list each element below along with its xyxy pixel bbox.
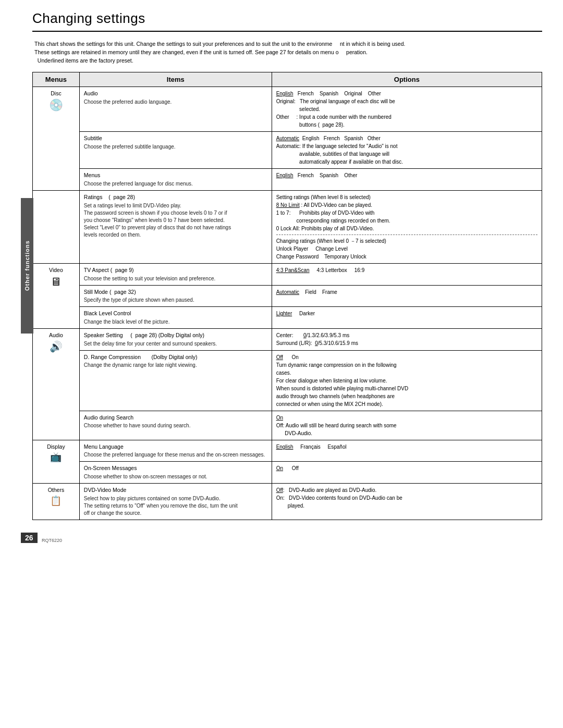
options-audiosearch-row1: On [276,414,537,422]
item-onscreen: On-Screen Messages Choose whether to sho… [79,462,272,484]
options-dvdvideo: Off: DVD-Audio are played as DVD-Audio. … [272,484,542,520]
options-menulang: English Français Español [272,440,542,462]
options-subtitle-row3: available, subtitles of that language wi… [276,150,537,158]
options-drange-row5: When sound is distorted while playing mu… [276,385,537,392]
item-audiosearch: Audio during Search Choose whether to ha… [79,411,272,440]
option-surround-ms: 0 [315,340,318,346]
options-drange: Off On Turn dynamic range compression on… [272,350,542,411]
video-icon: 🖥 [37,276,75,288]
options-subtitle-row2: Automatic: If the language selected for … [276,142,537,150]
item-speaker-title: Speaker Setting ( page 28) (Dolby Digita… [84,331,267,339]
options-audiosearch-row3: DVD-Audio. [276,429,537,437]
menu-video-cell: Video 🖥 [33,263,80,328]
intro-text: This chart shows the settings for this u… [32,40,542,65]
option-on-onscreen: On [276,465,283,471]
item-subtitle-desc: Choose the preferred subtitle language. [84,143,267,151]
options-blacklevel-row1: Lighter Darker [276,310,537,317]
item-menus-title: Menus [84,171,267,179]
item-stillmode-title: Still Mode ( page 32) [84,288,267,296]
options-drange-row7: connected or when using the MIX 2CH mode… [276,400,537,408]
table-row: Subtitle Choose the preferred subtitle l… [33,132,542,169]
options-ratings-row6: Changing ratings (When level 0 －7 is sel… [276,237,537,245]
item-drange: D. Range Compression (Dolby Digital only… [79,350,272,411]
others-icon: 📋 [37,496,75,505]
options-drange-row1: Off On [276,353,537,361]
options-onscreen: On Off [272,462,542,484]
options-audiosearch-row2: Off: Audio will still be heard during se… [276,422,537,429]
option-english: English [276,91,293,96]
sidebar-label: Other functions [21,198,33,334]
options-speaker-row1: Center: 0/1.3/2.6/3.9/5.3 ms [276,331,537,339]
item-menulang-desc: Choose the preferred language for these … [84,451,267,459]
options-audio-row3: selected. [276,105,537,113]
page-container: Other functions Changing settings This c… [0,0,563,551]
option-8nolimit: 8 No Limit [276,202,300,208]
item-blacklevel-title: Black Level Control [84,310,267,317]
item-audio: Audio Choose the preferred audio languag… [79,87,272,132]
main-content: Changing settings This chart shows the s… [32,10,542,520]
item-speaker-desc: Set the delay time for your center and s… [84,340,267,348]
item-speaker: Speaker Setting ( page 28) (Dolby Digita… [79,329,272,351]
item-menus-desc: Choose the preferred language for disc m… [84,180,267,188]
menu-disc-label: Disc [37,90,75,97]
table-row: Video 🖥 TV Aspect ( page 9) Choose the s… [33,263,542,285]
options-audio-row4: Other : Input a code number with the num… [276,113,537,121]
menu-display-label: Display [37,443,75,451]
options-ratings-row4: corresponding ratings recorded on them. [276,217,537,225]
options-dvdvideo-row1: Off: DVD-Audio are played as DVD-Audio. [276,486,537,494]
options-tvaspect: 4:3 Pan&Scan 4:3 Letterbox 16:9 [272,263,542,285]
options-ratings-row3: 1 to 7: Prohibits play of DVD-Video with [276,209,537,217]
item-tvaspect-title: TV Aspect ( page 9) [84,266,267,274]
options-audio: English French Spanish Original Other Or… [272,87,542,132]
options-stillmode-row1: Automatic Field Frame [276,288,537,296]
option-on-audio: On [276,415,283,421]
table-row: Still Mode ( page 32) Specify the type o… [33,285,542,307]
menu-others-label: Others [37,486,75,494]
item-dvdvideo-title: DVD-Video Mode [84,486,267,494]
item-audiosearch-desc: Choose whether to have sound during sear… [84,422,267,429]
table-row: Black Level Control Change the black lev… [33,307,542,329]
options-audio-row5: buttons ( page 28). [276,121,537,129]
item-audiosearch-title: Audio during Search [84,414,267,422]
options-ratings-row7: Unlock Player Change Level [276,245,537,253]
item-audio-title: Audio [84,90,267,97]
options-audiosearch: On Off: Audio will still be heard during… [272,411,542,440]
options-drange-row4: For clear dialogue when listening at low… [276,377,537,385]
audio-icon: 🔊 [37,341,75,352]
options-ratings: Setting ratings (When level 8 is selecte… [272,190,542,263]
option-center-ms: 0 [303,332,307,338]
item-subtitle-title: Subtitle [84,134,267,142]
menu-disc-cell: Disc 💿 [33,87,80,191]
item-ratings-title: Ratings ( page 28) [84,193,267,201]
options-subtitle-row1: Automatic English French Spanish Other [276,134,537,142]
intro-line1: This chart shows the settings for this u… [34,40,542,48]
item-stillmode-desc: Specify the type of picture shown when p… [84,297,267,304]
item-tvaspect: TV Aspect ( page 9) Choose the setting t… [79,263,272,285]
item-tvaspect-desc: Choose the setting to suit your televisi… [84,275,267,282]
item-subtitle: Subtitle Choose the preferred subtitle l… [79,132,272,169]
options-subtitle-row4: automatically appear if available on tha… [276,158,537,166]
options-drange-row2: Turn dynamic range compression on in the… [276,361,537,369]
item-stillmode: Still Mode ( page 32) Specify the type o… [79,285,272,307]
options-ratings-row1: Setting ratings (When level 8 is selecte… [276,193,537,201]
item-dvdvideo: DVD-Video Mode Select how to play pictur… [79,484,272,520]
option-english-display: English [276,444,293,450]
options-stillmode: Automatic Field Frame [272,285,542,307]
menu-audio-cell: Audio 🔊 [33,329,80,440]
table-row: Disc 💿 Audio Choose the preferred audio … [33,87,542,132]
item-drange-desc: Change the dynamic range for late night … [84,362,267,369]
options-speaker: Center: 0/1.3/2.6/3.9/5.3 ms Surround (L… [272,329,542,351]
options-speaker-row2: Surround (L/R): 0/5.3/10.6/15.9 ms [276,339,537,347]
options-audio-row1: English French Spanish Original Other [276,90,537,97]
options-ratings-row5: 0 Lock All: Prohibits play of all DVD-Vi… [276,225,537,232]
options-drange-row6: audio through two channels (when headpho… [276,392,537,400]
options-ratings-row2: 8 No Limit : All DVD-Video can be played… [276,201,537,209]
options-dvdvideo-row2: On: DVD-Video contents found on DVD-Audi… [276,494,537,502]
options-onscreen-row1: On Off [276,464,537,472]
options-tvaspect-row1: 4:3 Pan&Scan 4:3 Letterbox 16:9 [276,266,537,274]
option-lighter: Lighter [276,311,292,316]
options-menus: English French Spanish Other [272,169,542,191]
item-onscreen-desc: Choose whether to show on-screen message… [84,473,267,480]
display-icon: 📺 [37,452,75,462]
options-ratings-row8: Change Password Temporary Unlock [276,253,537,261]
